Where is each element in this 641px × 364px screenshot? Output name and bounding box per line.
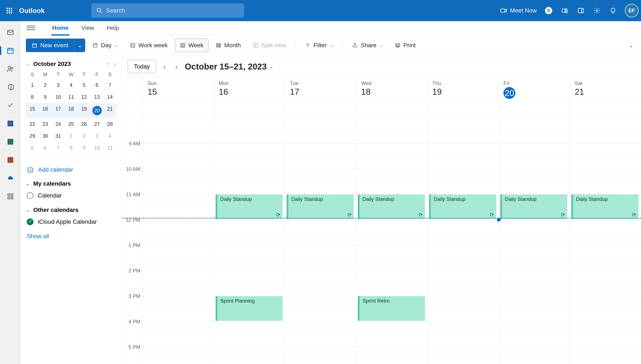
tab-help[interactable]: Help bbox=[106, 22, 120, 34]
calendar-checkbox[interactable] bbox=[27, 192, 34, 199]
mini-day[interactable]: 14 bbox=[104, 91, 116, 103]
mini-day[interactable]: 2 bbox=[39, 79, 52, 91]
mini-day[interactable]: 12 bbox=[78, 91, 91, 103]
rail-onedrive[interactable] bbox=[6, 173, 15, 183]
expand-ribbon-button[interactable]: ⌄ bbox=[628, 42, 636, 49]
hour-cell[interactable] bbox=[428, 347, 499, 364]
mini-day[interactable]: 1 bbox=[26, 79, 39, 91]
mini-day[interactable]: 4 bbox=[104, 130, 116, 142]
hour-cell[interactable] bbox=[499, 245, 570, 271]
mini-day[interactable]: 25 bbox=[65, 118, 78, 130]
hour-cell[interactable] bbox=[285, 144, 356, 169]
hour-cell[interactable] bbox=[428, 296, 499, 322]
hour-cell[interactable] bbox=[428, 322, 499, 347]
calendar-event[interactable]: Daily Standup⟳ bbox=[358, 194, 425, 219]
rail-word[interactable]: W bbox=[6, 119, 15, 128]
hour-cell[interactable] bbox=[143, 118, 214, 144]
mini-day[interactable]: 5 bbox=[26, 142, 39, 154]
mini-day[interactable]: 21 bbox=[104, 103, 116, 118]
mini-day[interactable]: 11 bbox=[104, 142, 116, 154]
hour-cell[interactable] bbox=[499, 296, 570, 322]
calendar-grid-scroll[interactable]: 9 AM10 AM11 AM12 PM1 PM2 PM3 PM4 PM5 PM6… bbox=[122, 118, 641, 364]
mini-day[interactable]: 19 bbox=[78, 103, 91, 118]
view-workweek-button[interactable]: Work week bbox=[125, 38, 172, 52]
rail-people[interactable] bbox=[6, 64, 15, 74]
allday-cell[interactable] bbox=[143, 102, 214, 118]
mini-day[interactable]: 29 bbox=[26, 130, 39, 142]
search-input[interactable] bbox=[106, 7, 239, 14]
hour-cell[interactable] bbox=[214, 118, 285, 144]
hour-cell[interactable] bbox=[570, 245, 641, 271]
today-button[interactable]: Today bbox=[128, 60, 156, 73]
hour-cell[interactable] bbox=[357, 144, 428, 169]
mini-day[interactable]: 17 bbox=[52, 103, 65, 118]
mini-day[interactable]: 7 bbox=[52, 142, 65, 154]
calendar-checkbox[interactable] bbox=[27, 218, 34, 225]
mini-day[interactable]: 4 bbox=[65, 79, 78, 91]
hour-cell[interactable] bbox=[570, 322, 641, 347]
hour-cell[interactable] bbox=[428, 245, 499, 271]
show-all-link[interactable]: Show all bbox=[27, 233, 116, 240]
hour-cell[interactable] bbox=[570, 169, 641, 194]
mini-day[interactable]: 6 bbox=[39, 142, 52, 154]
collapse-mini-button[interactable]: ⌄ bbox=[26, 62, 30, 66]
hour-cell[interactable] bbox=[143, 169, 214, 194]
hour-cell[interactable] bbox=[357, 271, 428, 296]
calendar-event[interactable]: Daily Standup⟳ bbox=[571, 194, 638, 219]
hour-cell[interactable] bbox=[428, 144, 499, 169]
hour-cell[interactable] bbox=[428, 118, 499, 144]
rail-powerpoint[interactable]: P bbox=[6, 155, 15, 165]
mini-day[interactable]: 30 bbox=[39, 130, 52, 142]
hour-cell[interactable] bbox=[499, 322, 570, 347]
hour-cell[interactable] bbox=[143, 322, 214, 347]
hour-cell[interactable] bbox=[570, 144, 641, 169]
hour-cell[interactable] bbox=[285, 220, 356, 245]
day-header[interactable]: Sat21 bbox=[570, 77, 641, 102]
hour-cell[interactable] bbox=[428, 271, 499, 296]
rail-todo[interactable] bbox=[6, 100, 15, 110]
allday-cell[interactable] bbox=[499, 102, 570, 118]
calendar-item[interactable]: iCloud Apple Calendar bbox=[26, 216, 116, 227]
tips-button[interactable] bbox=[609, 6, 617, 15]
calendar-event[interactable]: Daily Standup⟳ bbox=[216, 194, 283, 219]
rail-more-apps[interactable] bbox=[6, 192, 15, 201]
mini-day[interactable]: 18 bbox=[65, 103, 78, 118]
mini-day[interactable]: 26 bbox=[78, 118, 91, 130]
allday-cell[interactable] bbox=[570, 102, 641, 118]
tab-home[interactable]: Home bbox=[51, 22, 70, 34]
hour-cell[interactable] bbox=[285, 322, 356, 347]
mini-day[interactable]: 2 bbox=[78, 130, 91, 142]
day-header[interactable]: Mon16 bbox=[214, 77, 285, 102]
hour-cell[interactable] bbox=[499, 169, 570, 194]
view-week-button[interactable]: Week bbox=[175, 38, 209, 52]
hour-cell[interactable] bbox=[357, 118, 428, 144]
add-calendar-button[interactable]: Add calendar bbox=[27, 166, 116, 173]
mini-next-button[interactable]: ↓ bbox=[114, 61, 116, 68]
mini-day[interactable]: 3 bbox=[52, 79, 65, 91]
new-event-dropdown[interactable]: ⌄ bbox=[74, 38, 85, 52]
mini-day[interactable]: 9 bbox=[78, 142, 91, 154]
calendar-event[interactable]: Daily Standup⟳ bbox=[429, 194, 496, 219]
mini-day[interactable]: 8 bbox=[26, 91, 39, 103]
skype-button[interactable]: S bbox=[544, 6, 553, 15]
day-column[interactable]: Daily Standup⟳ bbox=[499, 118, 570, 364]
hour-cell[interactable] bbox=[285, 118, 356, 144]
mini-day[interactable]: 6 bbox=[91, 79, 104, 91]
brand-name[interactable]: Outlook bbox=[19, 7, 45, 14]
mini-day[interactable]: 3 bbox=[91, 130, 104, 142]
mini-day[interactable]: 15 bbox=[26, 103, 39, 118]
hour-cell[interactable] bbox=[285, 245, 356, 271]
search-box[interactable] bbox=[91, 4, 244, 18]
hour-cell[interactable] bbox=[285, 169, 356, 194]
nav-toggle-button[interactable] bbox=[27, 24, 35, 32]
tab-view[interactable]: View bbox=[81, 22, 95, 34]
hour-cell[interactable] bbox=[285, 347, 356, 364]
calendar-group-header[interactable]: ⌄Other calendars bbox=[26, 206, 116, 213]
rail-files[interactable] bbox=[6, 82, 15, 92]
new-event-button[interactable]: New event bbox=[26, 38, 74, 52]
allday-cell[interactable] bbox=[428, 102, 499, 118]
my-day-button[interactable] bbox=[576, 6, 585, 15]
hour-cell[interactable] bbox=[214, 271, 285, 296]
mini-day[interactable]: 9 bbox=[39, 91, 52, 103]
hour-cell[interactable] bbox=[214, 347, 285, 364]
